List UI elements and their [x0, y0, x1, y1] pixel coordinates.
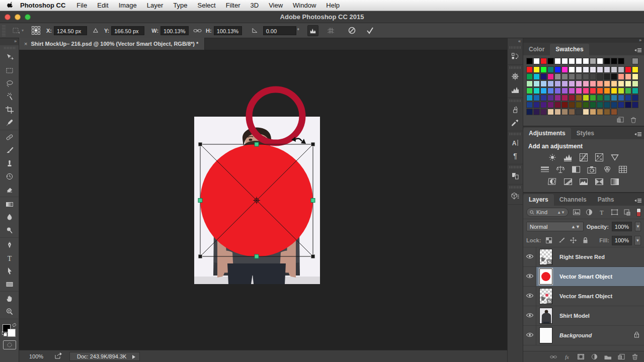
smart-filter-icon[interactable]: [622, 208, 631, 217]
options-grip[interactable]: [2, 25, 6, 36]
swatch[interactable]: [554, 109, 561, 115]
recent-swatch[interactable]: [547, 58, 554, 64]
swatch[interactable]: [540, 95, 547, 101]
recent-swatch[interactable]: [526, 58, 533, 64]
swatch[interactable]: [618, 95, 624, 101]
adjustments-panel-menu-icon[interactable]: [634, 130, 642, 139]
menu-select[interactable]: Select: [192, 2, 220, 9]
visibility-eye-icon[interactable]: [526, 311, 534, 320]
swatch[interactable]: [597, 66, 603, 73]
menu-edit[interactable]: Edit: [92, 2, 113, 9]
swatch[interactable]: [611, 66, 617, 73]
tab-swatches_panel-color[interactable]: Color: [523, 44, 550, 55]
shape-tool[interactable]: [2, 278, 17, 291]
recent-swatch[interactable]: [611, 58, 617, 64]
eraser-tool[interactable]: [2, 183, 17, 196]
tab-layers_panel-paths[interactable]: Paths: [592, 194, 620, 206]
swatch[interactable]: [632, 80, 638, 87]
pen-tool[interactable]: [2, 238, 17, 251]
recent-swatch[interactable]: [576, 58, 582, 64]
eyedropper-tool[interactable]: [2, 116, 17, 129]
fill-dropdown-arrow[interactable]: ▼: [634, 236, 641, 245]
layer-thumbnail[interactable]: [536, 287, 555, 306]
swatch[interactable]: [625, 102, 631, 108]
link-dimensions-icon[interactable]: [192, 25, 203, 36]
magic-wand-tool[interactable]: [2, 90, 17, 103]
visibility-eye-icon[interactable]: [526, 252, 534, 261]
visibility-eye-icon[interactable]: [526, 272, 534, 281]
swatch[interactable]: [533, 80, 540, 87]
new-layer-button[interactable]: [617, 353, 625, 360]
status-options-arrow[interactable]: [132, 355, 135, 359]
invert-adjustment-button[interactable]: [547, 177, 558, 186]
swatch[interactable]: [625, 73, 631, 80]
doc-size-field[interactable]: Doc: 243.9K/894.3K: [69, 352, 140, 361]
shape-filter-icon[interactable]: [610, 208, 619, 217]
color-balance-adjustment-button[interactable]: [555, 165, 566, 174]
recent-swatch[interactable]: [561, 58, 568, 64]
swatch[interactable]: [597, 73, 603, 80]
angle-input[interactable]: 0.00: [263, 26, 296, 35]
swatch[interactable]: [583, 87, 589, 94]
swatch[interactable]: [604, 102, 610, 108]
brightness-contrast-adjustment-button[interactable]: [547, 153, 558, 162]
black-white-adjustment-button[interactable]: [571, 165, 582, 174]
clone-source-panel-icon[interactable]: [509, 169, 522, 183]
swatch[interactable]: [604, 80, 610, 87]
swatch[interactable]: [533, 95, 540, 101]
swatch[interactable]: [618, 102, 624, 108]
dock-grip[interactable]: [510, 66, 521, 69]
swatch[interactable]: [590, 95, 596, 101]
apple-menu-icon[interactable]: [5, 2, 16, 9]
swatch[interactable]: [583, 95, 589, 101]
threed-panel-icon[interactable]: [509, 190, 522, 203]
swatch[interactable]: [561, 87, 568, 94]
swatch[interactable]: [561, 102, 568, 108]
swatch[interactable]: [561, 66, 568, 73]
menu-help[interactable]: Help: [321, 2, 345, 9]
swatch[interactable]: [569, 102, 575, 108]
swatch[interactable]: [576, 102, 582, 108]
navigator-panel-icon[interactable]: [509, 70, 522, 83]
layer-thumbnail[interactable]: [536, 267, 555, 286]
zoom-level-field[interactable]: 100%: [29, 353, 47, 359]
zoom-tool[interactable]: [2, 305, 17, 318]
swatch[interactable]: [583, 73, 589, 80]
swatch[interactable]: [540, 109, 547, 115]
swatch[interactable]: [547, 87, 554, 94]
blur-tool[interactable]: [2, 211, 17, 224]
swatch[interactable]: [569, 109, 575, 115]
swatch[interactable]: [583, 80, 589, 87]
brush-tool[interactable]: [2, 144, 17, 157]
h-input[interactable]: 100.13%: [214, 26, 242, 35]
lock-all-button[interactable]: [581, 236, 589, 244]
swatch[interactable]: [625, 87, 631, 94]
layer-row-vector-smart-object[interactable]: Vector Smart Object: [523, 287, 644, 306]
swatch[interactable]: [533, 87, 540, 94]
swatch[interactable]: [554, 95, 561, 101]
paragraph-panel-icon[interactable]: ¶: [509, 149, 522, 162]
w-input[interactable]: 100.13%: [160, 26, 189, 35]
layer-row-background[interactable]: Background: [523, 326, 644, 345]
new-swatch-button[interactable]: [616, 116, 624, 123]
history-panel-icon[interactable]: [509, 50, 522, 63]
swatch[interactable]: [576, 109, 582, 115]
swatch[interactable]: [540, 87, 547, 94]
swatch[interactable]: [597, 102, 603, 108]
recent-swatch[interactable]: [590, 58, 596, 64]
type-filter-icon[interactable]: T: [597, 208, 606, 217]
swatch[interactable]: [590, 102, 596, 108]
dock-grip[interactable]: [510, 46, 521, 49]
recent-swatch[interactable]: [569, 58, 575, 64]
swatch[interactable]: [604, 87, 610, 94]
hue-saturation-adjustment-button[interactable]: [539, 165, 550, 174]
swatch[interactable]: [583, 66, 589, 73]
add-layer-mask-button[interactable]: [577, 353, 585, 360]
swatch[interactable]: [632, 102, 638, 108]
document-tab[interactable]: × Shirt MockUp– 216.psd @ 100% (Vector S…: [19, 38, 205, 50]
new-group-button[interactable]: [604, 353, 612, 360]
tab-layers_panel-layers[interactable]: Layers: [523, 194, 554, 206]
swatch[interactable]: [554, 102, 561, 108]
quick-mask-button[interactable]: [3, 340, 16, 349]
menu-file[interactable]: File: [71, 2, 92, 9]
